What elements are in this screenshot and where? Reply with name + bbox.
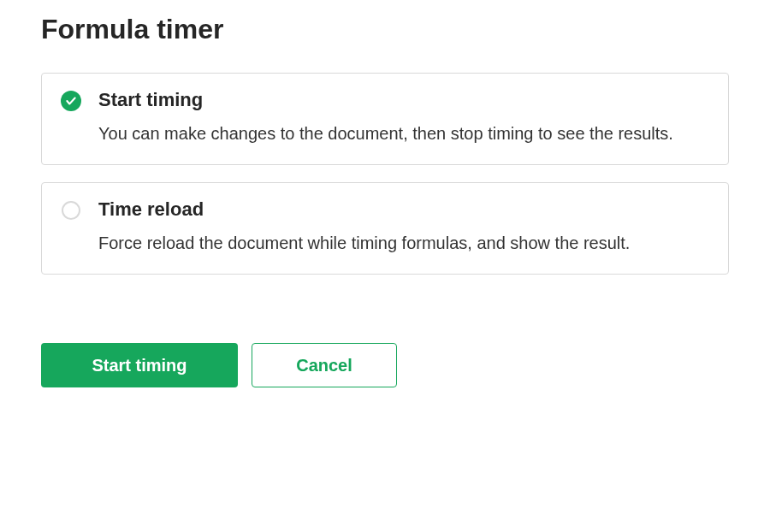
radio-unselected-icon	[62, 201, 80, 220]
start-timing-button[interactable]: Start timing	[41, 343, 238, 387]
option-title: Start timing	[98, 89, 709, 111]
radio-time-reload[interactable]	[61, 200, 81, 221]
option-start-timing[interactable]: Start timing You can make changes to the…	[41, 73, 729, 165]
cancel-button[interactable]: Cancel	[252, 343, 397, 387]
option-content: Start timing You can make changes to the…	[98, 89, 709, 145]
check-circle-icon	[61, 91, 81, 111]
button-row: Start timing Cancel	[41, 343, 729, 387]
page-title: Formula timer	[41, 14, 729, 45]
option-content: Time reload Force reload the document wh…	[98, 198, 709, 255]
radio-start-timing[interactable]	[61, 91, 81, 111]
option-description: Force reload the document while timing f…	[98, 231, 709, 255]
option-title: Time reload	[98, 198, 709, 221]
option-description: You can make changes to the document, th…	[98, 121, 709, 145]
option-time-reload[interactable]: Time reload Force reload the document wh…	[41, 182, 729, 275]
